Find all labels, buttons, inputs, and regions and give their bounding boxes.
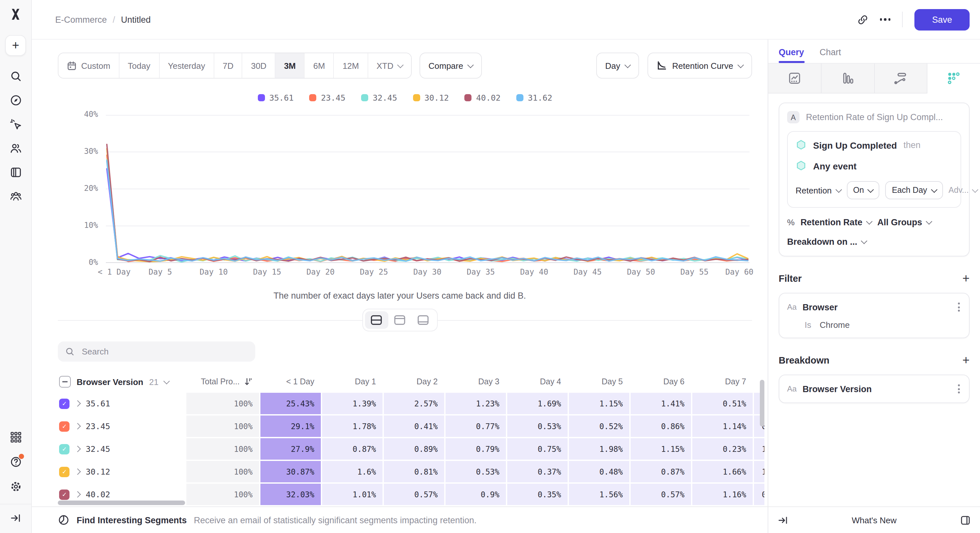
total-column-header[interactable]: Total Pro...	[186, 372, 259, 392]
range-7d[interactable]: 7D	[214, 53, 242, 78]
range-xtd[interactable]: XTD	[368, 53, 411, 78]
day-column-header[interactable]: Day 3	[445, 372, 506, 392]
retention-cell[interactable]: 0.48%	[569, 461, 629, 482]
retention-cell[interactable]: 0.81%	[384, 461, 444, 482]
groups-dropdown[interactable]: All Groups	[877, 217, 931, 227]
retention-cell[interactable]: 0.51%	[692, 393, 753, 414]
row-checkbox[interactable]: ✓	[59, 421, 70, 431]
users-icon[interactable]	[8, 141, 23, 155]
retention-cell[interactable]: 1.69%	[507, 393, 568, 414]
retention-cell[interactable]: 1.41%	[631, 393, 691, 414]
help-icon[interactable]	[8, 454, 23, 469]
expand-row-icon[interactable]	[74, 423, 81, 430]
filter-value[interactable]: Chrome	[819, 320, 850, 330]
retention-cell[interactable]: 0.53%	[445, 461, 506, 482]
retention-cell-clipped[interactable]: 0.88%	[754, 484, 764, 505]
retention-cell[interactable]: 27.9%	[261, 438, 321, 460]
group-column-header[interactable]: Browser Version	[76, 377, 143, 387]
row-checkbox[interactable]: ✓	[59, 489, 70, 500]
legend-item[interactable]: 35.61	[258, 93, 294, 103]
breakdown-on-dropdown[interactable]: Breakdown on ...	[787, 237, 866, 247]
retention-cell[interactable]: 1.98%	[569, 438, 629, 460]
legend-item[interactable]: 31.62	[516, 93, 552, 103]
retention-cell[interactable]: 0.9%	[445, 484, 506, 505]
expand-row-icon[interactable]	[74, 400, 81, 407]
retention-cell[interactable]: 0.41%	[384, 416, 444, 437]
advanced-dropdown[interactable]: Adv...	[948, 186, 977, 195]
chart-type-button[interactable]: Retention Curve	[648, 52, 752, 79]
search-icon[interactable]	[8, 69, 23, 83]
find-segments-link[interactable]: Find Interesting Segments	[76, 515, 187, 525]
range-yesterday[interactable]: Yesterday	[159, 53, 214, 78]
side-panel-icon[interactable]	[960, 514, 971, 525]
more-options-icon[interactable]	[880, 19, 890, 21]
day-column-header[interactable]: Day 7	[692, 372, 753, 392]
retention-cell[interactable]: 1.14%	[692, 416, 753, 437]
sort-icon[interactable]	[243, 377, 253, 386]
on-dropdown[interactable]: On	[846, 181, 879, 199]
total-cell[interactable]: 100%	[186, 484, 259, 505]
expand-row-icon[interactable]	[74, 491, 81, 498]
granularity-button[interactable]: Day	[596, 52, 639, 79]
retention-cell[interactable]: 1.66%	[692, 461, 753, 482]
tab-chart[interactable]: Chart	[819, 48, 841, 63]
retention-cell[interactable]: 1.23%	[445, 393, 506, 414]
retention-cell-clipped[interactable]: 1.07%	[754, 438, 764, 460]
row-checkbox[interactable]: ✓	[59, 398, 70, 409]
retention-cell[interactable]: 0.35%	[507, 484, 568, 505]
retention-cell[interactable]: 0.86%	[631, 416, 691, 437]
select-all-checkbox[interactable]	[59, 376, 71, 387]
retention-cell[interactable]: 0.53%	[507, 416, 568, 437]
day-column-header[interactable]: < 1 Day	[261, 372, 321, 392]
save-button[interactable]: Save	[915, 9, 970, 30]
share-link-icon[interactable]	[857, 14, 868, 25]
return-event-row[interactable]: Any event	[795, 160, 953, 171]
retention-chart-plot[interactable]	[106, 115, 749, 263]
retention-cell[interactable]: 0.87%	[631, 461, 691, 482]
cohorts-icon[interactable]	[8, 189, 23, 203]
range-6m[interactable]: 6M	[304, 53, 334, 78]
retention-cell[interactable]: 29.1%	[261, 416, 321, 437]
filter-operator[interactable]: Is	[805, 320, 811, 330]
retention-cell-clipped[interactable]: 1.21%	[754, 461, 764, 482]
retention-cell[interactable]: 0.23%	[692, 438, 753, 460]
vertical-scrollbar[interactable]	[760, 380, 764, 427]
retention-cell[interactable]: 0.89%	[384, 438, 444, 460]
search-input[interactable]	[81, 346, 248, 357]
legend-item[interactable]: 40.02	[465, 93, 500, 103]
retention-cell[interactable]: 30.87%	[261, 461, 321, 482]
range-3m[interactable]: 3M	[275, 53, 304, 78]
horizontal-scrollbar[interactable]	[58, 501, 185, 505]
day-column-header[interactable]: Day 1	[322, 372, 382, 392]
chart-view-icon[interactable]	[388, 311, 411, 328]
legend-item[interactable]: 30.12	[413, 93, 449, 103]
expand-row-icon[interactable]	[74, 468, 81, 475]
retention-cell[interactable]: 0.52%	[569, 416, 629, 437]
retention-cell[interactable]: 0.57%	[384, 484, 444, 505]
retention-cell[interactable]: 1.16%	[692, 484, 753, 505]
retention-cell[interactable]: 2.57%	[384, 393, 444, 414]
filter-kebab-icon[interactable]	[957, 301, 961, 313]
retention-cell[interactable]: 1.01%	[322, 484, 382, 505]
collapse-panel-icon[interactable]	[777, 514, 788, 525]
total-cell[interactable]: 100%	[186, 461, 259, 482]
table-view-icon[interactable]	[411, 311, 435, 328]
compare-button[interactable]: Compare	[420, 52, 482, 79]
retention-cell[interactable]: 0.87%	[322, 438, 382, 460]
range-30d[interactable]: 30D	[242, 53, 275, 78]
filter-card[interactable]: Aa Browser Is Chrome	[779, 293, 970, 338]
add-breakdown-icon[interactable]: +	[963, 354, 970, 366]
tab-query[interactable]: Query	[779, 48, 804, 63]
insights-report-icon[interactable]	[768, 63, 821, 94]
settings-gear-icon[interactable]	[8, 479, 23, 493]
discover-compass-icon[interactable]	[8, 93, 23, 107]
retention-cell[interactable]: 0.57%	[631, 484, 691, 505]
total-cell[interactable]: 100%	[186, 393, 259, 414]
retention-cell[interactable]: 1.56%	[569, 484, 629, 505]
mixpanel-logo-icon[interactable]	[9, 8, 22, 21]
retention-cell[interactable]: 32.03%	[261, 484, 321, 505]
legend-item[interactable]: 32.45	[361, 93, 397, 103]
retention-cell[interactable]: 1.15%	[569, 393, 629, 414]
retention-cell[interactable]: 0.75%	[507, 438, 568, 460]
each-day-dropdown[interactable]: Each Day	[886, 181, 943, 199]
